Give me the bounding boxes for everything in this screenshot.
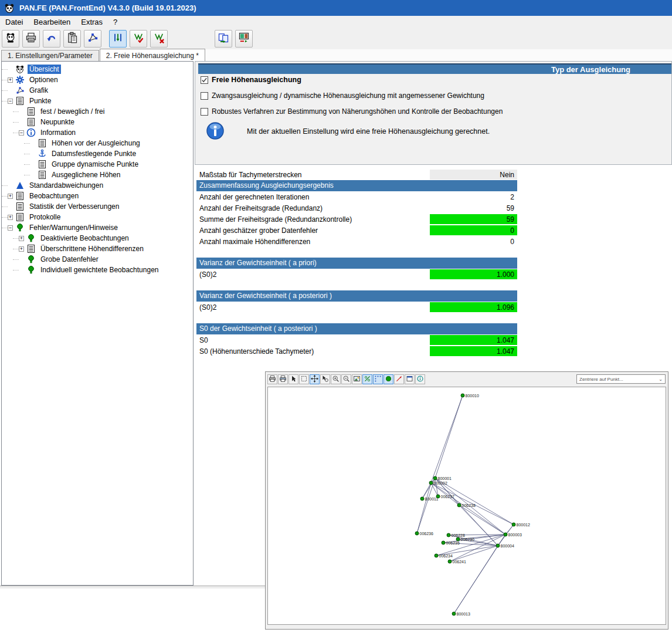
toolbar-button-adjust-vertical[interactable]: [109, 30, 127, 48]
table-row-label: (S0)2: [196, 303, 430, 312]
network-node-800002[interactable]: [429, 481, 433, 485]
checkbox-freie-hoehenausgleichung[interactable]: Freie Höhenausgleichung: [201, 76, 301, 84]
tree-item-statistik-der-verbesserungen[interactable]: Statistik der Verbesserungen: [2, 201, 193, 212]
tree-item-hohen-vor-der-ausgleichung[interactable]: Höhen vor der Ausgleichung: [2, 138, 193, 148]
expand-plus-icon[interactable]: +: [8, 194, 13, 199]
checkbox-box[interactable]: [201, 76, 208, 84]
tree-item-punkte[interactable]: −Punkte: [2, 96, 193, 106]
checkbox-robustes-verfahren[interactable]: Robustes Verfahren zur Bestimmung von Nä…: [201, 107, 503, 116]
tree-item-label: Gruppe dynamische Punkte: [50, 160, 140, 169]
plot-tool-measure[interactable]: [394, 374, 404, 384]
tree-connector: [24, 175, 30, 175]
doc-icon: [38, 170, 47, 180]
plot-tool-show-points[interactable]: [383, 374, 393, 384]
info-small-icon: [416, 374, 424, 385]
table-row-massstab-fur-tachymeterstrecken: Maßstab für TachymeterstreckenNein: [196, 169, 517, 180]
plot-tool-overview[interactable]: [352, 374, 362, 384]
network-node-800010[interactable]: [461, 394, 464, 397]
checkbox-zwangsausgleichung[interactable]: Zwangsausgleichung / dynamische Höhenaus…: [201, 92, 484, 100]
network-node-800003[interactable]: [504, 533, 507, 536]
toolbar-button-panda-run[interactable]: [2, 30, 19, 48]
plot-tool-cursor[interactable]: [289, 374, 298, 384]
tree-item-individuell-gewichtete-beobachtungen[interactable]: Individuell gewichtete Beobachtungen: [2, 265, 193, 275]
expand-plus-icon[interactable]: +: [8, 77, 13, 83]
network-node-006236[interactable]: [415, 532, 419, 535]
expand-plus-icon[interactable]: +: [19, 246, 24, 252]
plot-tool-zoom-out[interactable]: [341, 374, 351, 384]
toolbar-button-paste[interactable]: [63, 30, 81, 48]
doc-icon: [38, 138, 47, 148]
network-node-800004[interactable]: [496, 544, 500, 547]
tree-item-datumsfestlegende-punkte[interactable]: Datumsfestlegende Punkte: [2, 148, 193, 159]
main-toolbar: [0, 28, 672, 49]
table-row-label: (S0)2: [196, 270, 430, 279]
toolbar-button-transfer-pages[interactable]: [215, 30, 232, 48]
toolbar-button-adjust-cancel[interactable]: [150, 30, 168, 48]
select-rect-icon: [300, 374, 308, 385]
expand-plus-icon[interactable]: +: [19, 236, 24, 241]
network-node-800011[interactable]: [420, 497, 424, 500]
collapse-minus-icon[interactable]: −: [8, 99, 13, 104]
menu-datei[interactable]: Datei: [0, 16, 28, 28]
plot-tool-print-page[interactable]: [278, 374, 288, 384]
tree-item-grafik[interactable]: Grafik: [2, 85, 193, 96]
tree-connector: [13, 270, 19, 270]
tree-item-ubersicht[interactable]: Übersicht: [2, 64, 193, 75]
network-node-800012[interactable]: [512, 523, 515, 526]
network-plot-area[interactable]: 8000108000018000020062378000110062388000…: [267, 387, 666, 625]
network-node-label: 006236: [420, 532, 433, 536]
collapse-minus-icon[interactable]: −: [8, 225, 13, 231]
panda-icon: [15, 65, 25, 74]
menu-[interactable]: ?: [108, 16, 123, 28]
checkbox-box[interactable]: [201, 108, 208, 116]
tree-item-protokolle[interactable]: +Protokolle: [2, 212, 193, 222]
tree-item-neupunkte[interactable]: Neupunkte: [2, 117, 193, 127]
checkbox-box[interactable]: [201, 92, 208, 100]
collapse-minus-icon[interactable]: −: [19, 130, 24, 136]
toolbar-button-graph-nodes[interactable]: [84, 30, 101, 48]
network-node-800013[interactable]: [452, 612, 456, 615]
plot-tool-print[interactable]: [267, 374, 277, 384]
plot-tool-pointer-zoom[interactable]: [320, 374, 330, 384]
network-node-006228[interactable]: [447, 533, 450, 537]
tree-connector: [2, 101, 8, 102]
tree-item-uberschrittene-hohendifferenzen[interactable]: +Überschrittene Höhendifferenzen: [2, 243, 193, 254]
menu-bearbeiten[interactable]: Bearbeiten: [28, 16, 76, 28]
tree-item-fehler-warnungen-hinweise[interactable]: −Fehler/Warnungen/Hinweise: [2, 222, 193, 233]
tree-item-deaktivierte-beobachtungen[interactable]: +Deaktivierte Beobachtungen: [2, 233, 193, 243]
tree-connector: [2, 90, 8, 91]
tree-item-beobachtungen[interactable]: +Beobachtungen: [2, 191, 193, 201]
plot-tool-properties[interactable]: [405, 374, 415, 384]
center-on-point-combobox[interactable]: Zentriere auf Punkt... ⌄: [576, 374, 666, 384]
tab-freie-hoehenausgleichung[interactable]: 2. Freie Höhenausgleichung *: [100, 49, 205, 61]
network-node-006241[interactable]: [448, 560, 452, 563]
plot-tool-select-rect[interactable]: [299, 374, 309, 384]
network-node-006238[interactable]: [457, 503, 461, 507]
menu-extras[interactable]: Extras: [76, 16, 108, 28]
toolbar-button-transfer-data[interactable]: [235, 30, 253, 48]
tree-item-fest-beweglich-frei[interactable]: fest / beweglich / frei: [2, 106, 193, 117]
network-node-800001[interactable]: [433, 476, 437, 480]
tree-item-grobe-datenfehler[interactable]: Grobe Datenfehler: [2, 254, 193, 265]
expand-plus-icon[interactable]: +: [8, 215, 13, 220]
tree-item-label: Punkte: [28, 96, 53, 106]
network-node-006234[interactable]: [435, 554, 438, 557]
tree-item-information[interactable]: −Information: [2, 127, 193, 138]
toolbar-button-undo[interactable]: [43, 30, 60, 48]
plot-tool-points-mode[interactable]: [373, 374, 383, 384]
tab-einstellungen-parameter[interactable]: 1. Einstellungen/Parameter: [1, 50, 99, 61]
toolbar-button-printer[interactable]: [22, 30, 40, 48]
tree-item-label: Fehler/Warnungen/Hinweise: [28, 223, 120, 232]
plot-tool-info-small[interactable]: [415, 374, 425, 384]
plot-tool-zoom-in[interactable]: [331, 374, 341, 384]
info-message: Mit der aktuellen Einstellung wird eine …: [247, 127, 490, 136]
tree-item-standardabweichungen[interactable]: Standardabweichungen: [2, 180, 193, 191]
plot-tool-scale[interactable]: [362, 374, 372, 384]
plot-tool-pan-move[interactable]: [310, 374, 320, 384]
doc-icon: [15, 191, 25, 201]
tree-item-optionen[interactable]: +Optionen: [2, 75, 193, 85]
network-node-006235[interactable]: [442, 541, 445, 544]
tree-item-gruppe-dynamische-punkte[interactable]: Gruppe dynamische Punkte: [2, 159, 193, 170]
tree-item-ausgeglichene-hohen[interactable]: Ausgeglichene Höhen: [2, 170, 193, 180]
toolbar-button-adjust-check[interactable]: [130, 30, 147, 48]
